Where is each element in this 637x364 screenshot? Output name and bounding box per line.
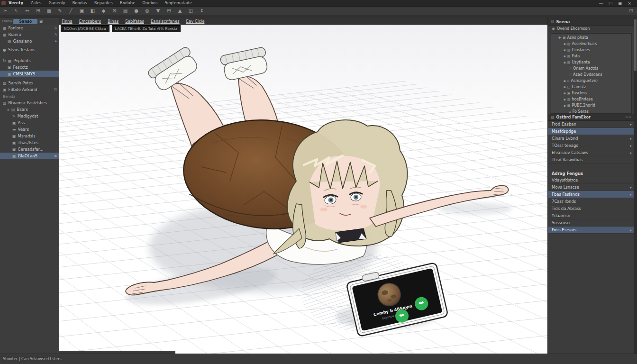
scene-header[interactable]: ▤ Scena	[548, 18, 634, 26]
property-row[interactable]: Movs Lsnscse▸	[548, 184, 634, 191]
property-row[interactable]: Masfdspdge	[548, 128, 634, 135]
columns-icon[interactable]: ◫	[185, 7, 196, 15]
tree-item[interactable]: ▪▥Cinslanes	[551, 47, 631, 53]
property-row[interactable]: Fbas Fasfsnds▸	[548, 191, 634, 198]
tree-item[interactable]: ▪▧Uzytlanta	[551, 59, 631, 65]
grid-icon[interactable]: ▦	[44, 7, 55, 15]
down-icon[interactable]: ▼	[153, 7, 164, 15]
list-item[interactable]: ▣Ass	[0, 119, 59, 126]
tab-options-icon[interactable]: ▣	[39, 19, 43, 24]
property-row[interactable]: Sossruso	[548, 219, 634, 227]
tab-scene[interactable]: Sanso	[13, 19, 37, 24]
pen-icon[interactable]: ✎	[55, 7, 65, 15]
cut-icon[interactable]: ✂	[0, 7, 11, 15]
viewport-tab[interactable]: Emcsabers	[79, 19, 101, 24]
tree-item[interactable]: ▪▫Asmarguetve)	[551, 78, 631, 84]
property-row[interactable]: TOssr teeags▸	[548, 142, 634, 149]
property-row[interactable]: Foss Esrsars▸	[548, 227, 634, 234]
property-row[interactable]: Tids da Abrass	[548, 205, 634, 212]
property-row[interactable]: Vdaysfdstrca	[548, 177, 634, 184]
menu-item[interactable]: Bondas	[73, 1, 87, 5]
list-item[interactable]: ✎Madigydst	[0, 113, 59, 119]
panel-icon[interactable]: ▣	[76, 7, 87, 15]
up-icon[interactable]: ▲	[174, 7, 185, 15]
viewport-tab[interactable]: Sabifates	[125, 19, 144, 24]
viewport-tab[interactable]: Finna	[62, 19, 73, 24]
expand-arrow-icon[interactable]: ▸	[630, 185, 632, 190]
minus-box-icon[interactable]: ⊟	[164, 7, 174, 15]
tree-item[interactable]: ▪▢Camstz	[551, 84, 631, 90]
item-right-icon[interactable]: A	[55, 39, 57, 43]
rows-icon[interactable]: ▤	[120, 7, 131, 15]
viewport-tab[interactable]: Binas	[108, 19, 118, 24]
diamond-icon[interactable]: ◆	[98, 7, 109, 15]
list-item[interactable]: ▦RiaeraA	[0, 31, 59, 38]
folder-header-icons[interactable]: ▫▫	[626, 115, 632, 119]
right-scrollbar[interactable]	[634, 18, 637, 354]
expand-arrow-icon[interactable]: ▸	[630, 192, 632, 197]
close-box-icon[interactable]: ⊠	[109, 7, 120, 15]
transform-icon[interactable]: ⊞	[33, 7, 44, 15]
tree-item[interactable]: ▪▥hoeBhdese	[551, 96, 631, 102]
list-item[interactable]: ▦FanloreA	[0, 25, 59, 31]
expand-arrow-icon[interactable]: ▸	[630, 122, 632, 127]
viewport-tab[interactable]: EansJscnfanes	[151, 19, 180, 24]
menu-item[interactable]: Onebos	[142, 1, 157, 5]
scrollbar-thumb[interactable]	[634, 19, 637, 71]
property-row[interactable]: Ydaamsn	[548, 212, 634, 219]
sphere-icon[interactable]: ●	[131, 7, 142, 15]
viewport[interactable]: Cemby b 4BSqym bsgpsoa asssfc... NCOvrt …	[59, 25, 547, 354]
list-item[interactable]: ▣Thas/fstes	[0, 139, 59, 146]
scene-root-item[interactable]: ◉ Ovend Ehcsmson	[548, 26, 634, 32]
maximize-button[interactable]: ▣	[615, 1, 625, 6]
menu-item[interactable]: Verety	[9, 1, 23, 5]
tree-item[interactable]: ◌Onam Asctds	[551, 65, 631, 72]
property-row[interactable]: Adrag Fengus	[548, 170, 634, 177]
viewport-canvas[interactable]: Cemby b 4BSqym bsgpsoa asssfc...	[59, 25, 547, 354]
list-item[interactable]: ↻▦Peplunts	[0, 57, 59, 64]
layout-icon[interactable]: ⊡	[629, 7, 633, 15]
tree-item[interactable]: ▪▤Fata	[551, 53, 631, 59]
expand-arrow-icon[interactable]: ▸	[630, 228, 632, 232]
list-item[interactable]: ▣Fescctz	[0, 64, 59, 71]
updown-icon[interactable]: ↕	[196, 7, 207, 15]
menu-item[interactable]: Repanles	[94, 1, 113, 5]
menu-item[interactable]: Zales	[30, 1, 41, 5]
viewport-tab[interactable]: Eav Clcle	[186, 19, 205, 24]
list-item[interactable]: ▦GansianoA	[0, 38, 59, 45]
item-right-icon[interactable]: A	[55, 26, 57, 30]
tree-item[interactable]: ▫Fo Seras	[551, 109, 631, 114]
restore-button[interactable]: ▢	[606, 1, 615, 6]
list-item[interactable]: ▬Vears	[0, 126, 59, 133]
tree-item[interactable]: ◌Azad Dvdsdans	[551, 72, 631, 78]
tree-item[interactable]: ▪▣Fasclms	[551, 90, 631, 96]
property-row[interactable]: 7Casr rbnds	[548, 198, 634, 205]
property-row[interactable]: Frod Easban▸	[548, 121, 634, 128]
list-item[interactable]: ▥Btvamsc Fastdsbes	[0, 100, 59, 106]
list-item[interactable]: ▧Sarvih Potes	[0, 80, 59, 86]
menu-item[interactable]: Segtematade	[165, 1, 192, 5]
list-item[interactable]: ▸▤Bsars	[0, 106, 59, 113]
expand-arrow-icon[interactable]: ▸	[630, 144, 632, 148]
half-icon[interactable]: ◧	[87, 7, 98, 15]
list-item[interactable]: ●Stvos Tesfans	[0, 46, 59, 53]
tree-item[interactable]: ✚▦Asns phata	[551, 35, 631, 41]
list-item[interactable]: ▣GlaOLaaS●	[0, 153, 59, 159]
list-item[interactable]: ▣Fdbde AvSand◱	[0, 86, 59, 93]
select-icon[interactable]: ↖	[11, 7, 22, 15]
list-item[interactable]: ▣CMSLSMYS	[0, 71, 59, 77]
property-row[interactable]: Cinsra Lvbnd▸	[548, 135, 634, 142]
list-item[interactable]: Bemda	[0, 93, 59, 100]
item-right-icon[interactable]: ◱	[54, 88, 57, 91]
list-item[interactable]: ▣Msradsls	[0, 133, 59, 139]
expand-arrow-icon[interactable]: ▸	[630, 151, 632, 155]
menu-item[interactable]: Ganeoly	[49, 1, 65, 5]
expand-arrow-icon[interactable]: ▸	[630, 136, 632, 141]
list-item[interactable]: ▣Ceraadsfar...	[0, 146, 59, 153]
property-row[interactable]: Thsd Vaswdbas	[548, 156, 634, 164]
tree-item[interactable]: ▪▨Asseleorlvars	[551, 41, 631, 47]
close-button[interactable]: ×	[625, 1, 634, 6]
move-icon[interactable]: ↔	[22, 7, 33, 15]
content-folder-header[interactable]: ▤ Ostbrd FamEkor ▫▫	[548, 114, 634, 121]
item-right-icon[interactable]: A	[55, 33, 57, 36]
